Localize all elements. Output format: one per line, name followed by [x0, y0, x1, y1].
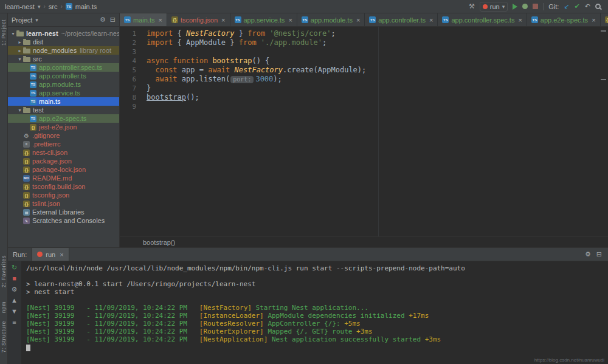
- tree-row[interactable]: ▾test: [8, 106, 119, 114]
- editor-tab[interactable]: {}jest-e2e.json×: [601, 13, 608, 26]
- tool-window-button[interactable]: 2: Favorites: [1, 255, 7, 287]
- editor-tab[interactable]: TSapp.controller.ts×: [365, 13, 438, 26]
- stop-button[interactable]: [533, 4, 538, 9]
- tree-item-label: learn-nest: [26, 30, 58, 37]
- gutter-line-number: 5: [120, 66, 136, 75]
- next-occurrence-icon[interactable]: ▼: [11, 308, 18, 315]
- tree-row[interactable]: ✎Scratches and Consoles: [8, 216, 119, 225]
- tree-row[interactable]: {}package.json: [8, 157, 119, 165]
- tree-row[interactable]: ⚙.gitignore: [8, 131, 119, 140]
- tree-row[interactable]: MDREADME.md: [8, 174, 119, 182]
- tree-row[interactable]: {}jest-e2e.json: [8, 123, 119, 131]
- gear-icon[interactable]: ⚙: [585, 250, 591, 258]
- tree-row[interactable]: ▸node_moduleslibrary root: [8, 46, 119, 55]
- chevron-down-icon[interactable]: ▾: [16, 108, 23, 113]
- tree-row[interactable]: ▤External Libraries: [8, 208, 119, 216]
- close-icon[interactable]: ×: [221, 16, 225, 24]
- editor-column: 123456789 import { NestFactory } from '@…: [120, 27, 608, 247]
- git-revert-icon[interactable]: ↶: [585, 3, 590, 10]
- tree-row[interactable]: {}package-lock.json: [8, 165, 119, 174]
- editor-tab[interactable]: TSapp.e2e-spec.ts×: [527, 13, 601, 26]
- tree-row[interactable]: TSapp.module.ts: [8, 80, 119, 89]
- breadcrumb-item[interactable]: main.ts: [75, 3, 97, 10]
- hide-panel-icon[interactable]: ⊟: [110, 16, 116, 24]
- run-panel-title: Run:: [8, 251, 32, 258]
- tree-row[interactable]: TSapp.e2e-spec.ts: [8, 114, 119, 123]
- tree-item-label: package.json: [32, 157, 72, 165]
- tree-item-label: app.controller.ts: [39, 72, 86, 80]
- tool-window-button[interactable]: 1: Project: [1, 19, 7, 46]
- tree-row[interactable]: ▸dist: [8, 38, 119, 46]
- search-icon[interactable]: [595, 4, 601, 9]
- run-button[interactable]: [513, 4, 517, 10]
- chevron-down-icon[interactable]: ▾: [10, 31, 16, 36]
- tree-row[interactable]: TSmain.ts: [8, 97, 119, 106]
- tree-row[interactable]: ▾learn-nest~/projects/learn-nest: [8, 29, 119, 38]
- editor-tab-label: app.service.ts: [244, 16, 285, 24]
- tool-window-button[interactable]: npm: [1, 301, 7, 313]
- wrap-guide: [378, 27, 379, 236]
- tree-row[interactable]: {}tsconfig.json: [8, 191, 119, 199]
- tree-row[interactable]: {}nest-cli.json: [8, 148, 119, 157]
- console-output[interactable]: /usr/local/bin/node /usr/local/lib/node_…: [21, 261, 608, 364]
- hide-panel-icon[interactable]: ⊟: [596, 250, 602, 258]
- clear-console-icon[interactable]: ≡: [12, 319, 16, 326]
- nest-run-icon: [37, 252, 43, 257]
- project-panel-header[interactable]: Project ▾ ⚙ ⊟: [8, 13, 120, 26]
- close-icon[interactable]: ×: [158, 16, 162, 24]
- tree-item-suffix: ~/projects/learn-nest: [61, 30, 120, 37]
- breadcrumb-separator: ›: [60, 3, 62, 10]
- rerun-icon[interactable]: ↻: [12, 264, 17, 271]
- editor-tab[interactable]: {}tsconfig.json×: [167, 13, 230, 26]
- settings-icon[interactable]: ⚙: [12, 286, 18, 293]
- git-update-icon[interactable]: ↙: [564, 3, 569, 10]
- editor-tab[interactable]: TSapp.controller.spec.ts×: [438, 13, 527, 26]
- ts-file-icon: TS: [302, 16, 308, 23]
- json-icon: {}: [23, 167, 30, 173]
- chevron-right-icon[interactable]: ▸: [16, 39, 23, 45]
- editor-gutter: 123456789: [120, 27, 140, 236]
- tree-row[interactable]: TSapp.controller.ts: [8, 72, 119, 80]
- chevron-down-icon[interactable]: ▾: [16, 57, 23, 62]
- breadcrumb-item[interactable]: learn-nest: [5, 3, 35, 10]
- code-area[interactable]: import { NestFactory } from '@nestjs/cor…: [140, 27, 608, 236]
- tree-item-label: .gitignore: [32, 132, 60, 139]
- breadcrumb-item[interactable]: src: [49, 3, 58, 10]
- close-icon[interactable]: ×: [592, 16, 595, 24]
- editor-tab[interactable]: TSmain.ts×: [120, 13, 167, 26]
- build-hammer-icon[interactable]: ⚒: [469, 3, 475, 10]
- debug-button[interactable]: [522, 4, 528, 9]
- tree-row[interactable]: TSapp.service.ts: [8, 89, 119, 97]
- tree-row[interactable]: TSapp.controller.spec.ts: [8, 63, 119, 72]
- run-tab[interactable]: run ×: [32, 248, 69, 261]
- editor-tab[interactable]: TSapp.service.ts×: [230, 13, 297, 26]
- close-icon[interactable]: ×: [518, 16, 522, 24]
- project-panel-actions: ⚙ ⊟: [100, 16, 116, 24]
- prev-occurrence-icon[interactable]: ▲: [11, 297, 18, 304]
- gutter-line-number: 6: [120, 75, 136, 84]
- editor-tab-label: main.ts: [133, 16, 154, 24]
- project-dropdown-label[interactable]: Project: [12, 16, 32, 24]
- chevron-right-icon[interactable]: ▸: [16, 48, 23, 53]
- tree-row[interactable]: ▾src: [8, 55, 119, 63]
- run-config-icon: [483, 4, 488, 9]
- editor-breadcrumb[interactable]: bootstrap(): [120, 236, 608, 247]
- close-icon[interactable]: ×: [356, 16, 360, 24]
- close-icon[interactable]: ×: [288, 16, 292, 24]
- run-config-selector[interactable]: run ▾: [480, 2, 508, 12]
- chevron-down-icon: ▾: [35, 17, 38, 23]
- editor-tab[interactable]: TSapp.module.ts×: [297, 13, 365, 26]
- close-icon[interactable]: ×: [429, 16, 433, 24]
- folder-icon: [23, 108, 30, 113]
- editor[interactable]: 123456789 import { NestFactory } from '@…: [120, 27, 608, 236]
- tree-row[interactable]: {}tsconfig.build.json: [8, 182, 119, 191]
- editor-tabbar: TSmain.ts×{}tsconfig.json×TSapp.service.…: [120, 13, 608, 26]
- tree-row[interactable]: ≡.prettierrc: [8, 140, 119, 148]
- stop-icon[interactable]: ■: [12, 275, 16, 282]
- tree-row[interactable]: {}tslint.json: [8, 199, 119, 208]
- close-icon[interactable]: ×: [60, 251, 63, 258]
- breadcrumb: learn-nest▾›src›TSmain.ts: [5, 3, 97, 10]
- git-commit-icon[interactable]: ✔: [575, 3, 580, 10]
- tool-window-button[interactable]: 7: Structure: [1, 321, 7, 353]
- gear-icon[interactable]: ⚙: [100, 16, 106, 24]
